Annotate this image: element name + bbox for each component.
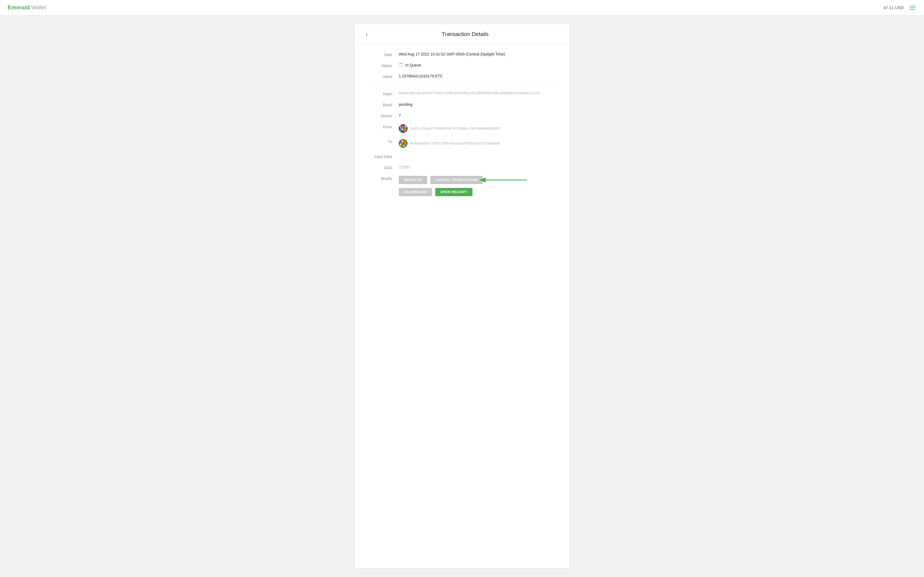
modify-label: Modify — [366, 176, 399, 181]
logo-emerald-text: Emerald — [8, 5, 30, 11]
svg-rect-8 — [405, 127, 407, 129]
modify-btn-row-2: DASHBOARD OPEN RECEIPT — [399, 188, 483, 196]
svg-rect-28 — [403, 143, 405, 145]
date-label: Date — [366, 52, 399, 57]
block-value: pending — [399, 102, 558, 106]
to-label: To — [366, 139, 399, 144]
main-content: ‹ Transaction Details Date Wed Aug 17 20… — [0, 15, 924, 577]
cancel-transaction-button[interactable]: CANCEL TRANSACTION — [430, 176, 483, 184]
input-data-label: Input Data — [366, 154, 399, 159]
svg-rect-3 — [403, 125, 405, 127]
svg-rect-24 — [403, 142, 405, 143]
status-row: Status In Queue — [366, 63, 558, 68]
page-title: Transaction Details — [370, 31, 561, 37]
svg-rect-32 — [403, 145, 405, 147]
from-row: From — [366, 124, 558, 133]
svg-rect-18 — [400, 140, 402, 142]
svg-rect-14 — [402, 130, 403, 132]
to-avatar — [399, 139, 407, 148]
svg-rect-23 — [402, 142, 403, 143]
menu-line-1 — [910, 6, 915, 6]
header-right: 47.11 USD — [884, 5, 916, 11]
cancel-tx-wrapper: CANCEL TRANSACTION — [430, 176, 483, 184]
modify-btn-row-1: SPEED UP CANCEL TRANSACTION — [399, 176, 483, 184]
app-logo: Emerald Wallet — [8, 5, 46, 11]
svg-rect-25 — [405, 142, 407, 143]
status-container: In Queue — [399, 63, 421, 67]
menu-line-3 — [910, 9, 915, 10]
svg-rect-29 — [405, 143, 407, 145]
status-value: In Queue — [405, 63, 421, 67]
from-label: From — [366, 124, 399, 129]
transaction-details-body: Date Wed Aug 17 2022 10:41:02 GMT-0500 (… — [355, 44, 569, 212]
back-button[interactable]: ‹ — [363, 30, 370, 38]
svg-rect-30 — [400, 145, 402, 147]
svg-rect-20 — [403, 140, 405, 142]
svg-rect-9 — [400, 129, 402, 130]
value-amount: 1.197864411010179 ETC — [399, 74, 558, 78]
svg-rect-13 — [400, 130, 402, 132]
svg-rect-5 — [400, 127, 402, 129]
menu-icon[interactable] — [909, 5, 916, 11]
transaction-details-card: ‹ Transaction Details Date Wed Aug 17 20… — [355, 24, 569, 568]
svg-rect-27 — [402, 143, 403, 145]
modify-row: Modify SPEED UP CANCEL TRANSACTION — [366, 176, 558, 196]
nonce-value: 7 — [399, 113, 558, 118]
svg-rect-7 — [403, 127, 405, 129]
svg-rect-26 — [400, 143, 402, 145]
value-row: Value 1.197864411010179 ETC — [366, 74, 558, 79]
from-avatar — [399, 124, 407, 133]
gas-row: GAS 21000 — [366, 165, 558, 170]
svg-rect-15 — [403, 130, 405, 132]
status-spinner — [399, 63, 403, 67]
svg-rect-2 — [402, 125, 403, 127]
svg-rect-19 — [402, 140, 403, 142]
svg-rect-10 — [402, 129, 403, 130]
from-address-row: 0x61c76aa8f7b600f6675765bbcc36f4089b5855… — [399, 124, 501, 133]
svg-rect-33 — [405, 145, 407, 147]
arrow-annotation — [483, 172, 532, 188]
svg-rect-31 — [402, 145, 403, 147]
to-address-row: 0x8ddbd5a779377205441aa53f58955b1f2f0ab8… — [399, 139, 501, 148]
header-balance: 47.11 USD — [884, 5, 904, 10]
nonce-row: Nonce 7 — [366, 113, 558, 118]
svg-rect-11 — [403, 129, 405, 130]
menu-line-2 — [910, 7, 915, 8]
logo-wallet-text: Wallet — [31, 5, 46, 11]
hash-row: Hash 0xddc6dcdac48a5ff33df1295c4934d01a5… — [366, 91, 558, 96]
dashboard-button[interactable]: DASHBOARD — [399, 188, 432, 196]
open-receipt-button[interactable]: OPEN RECEIPT — [435, 188, 472, 196]
status-label: Status — [366, 63, 399, 68]
svg-rect-22 — [400, 142, 402, 143]
from-address: 0x61c76aa8f7b600f6675765bbcc36f4089b5855… — [410, 127, 501, 131]
input-data-row: Input Data — [366, 154, 558, 159]
svg-rect-6 — [402, 127, 403, 129]
hash-label: Hash — [366, 91, 399, 96]
hash-value: 0xddc6dcdac48a5ff33df1295c4934d01a51205b… — [399, 91, 558, 95]
block-label: Block — [366, 102, 399, 107]
svg-rect-16 — [405, 130, 407, 132]
speed-up-button[interactable]: SPEED UP — [399, 176, 427, 184]
date-value: Wed Aug 17 2022 10:41:02 GMT-0500 (Centr… — [399, 52, 558, 56]
date-row: Date Wed Aug 17 2022 10:41:02 GMT-0500 (… — [366, 52, 558, 57]
nonce-label: Nonce — [366, 113, 399, 118]
gas-label: GAS — [366, 165, 399, 170]
value-label: Value — [366, 74, 399, 79]
block-row: Block pending — [366, 102, 558, 107]
app-header: Emerald Wallet 47.11 USD — [0, 0, 924, 15]
card-header: ‹ Transaction Details — [355, 24, 569, 44]
svg-rect-1 — [400, 125, 402, 127]
svg-rect-4 — [405, 125, 407, 127]
to-row: To — [366, 139, 558, 148]
to-address: 0x8ddbd5a779377205441aa53f58955b1f2f0ab8… — [410, 142, 501, 146]
svg-rect-21 — [405, 140, 407, 142]
modify-buttons-container: SPEED UP CANCEL TRANSACTION — [399, 176, 483, 196]
svg-rect-12 — [405, 129, 407, 130]
gas-value: 21000 — [399, 165, 558, 169]
